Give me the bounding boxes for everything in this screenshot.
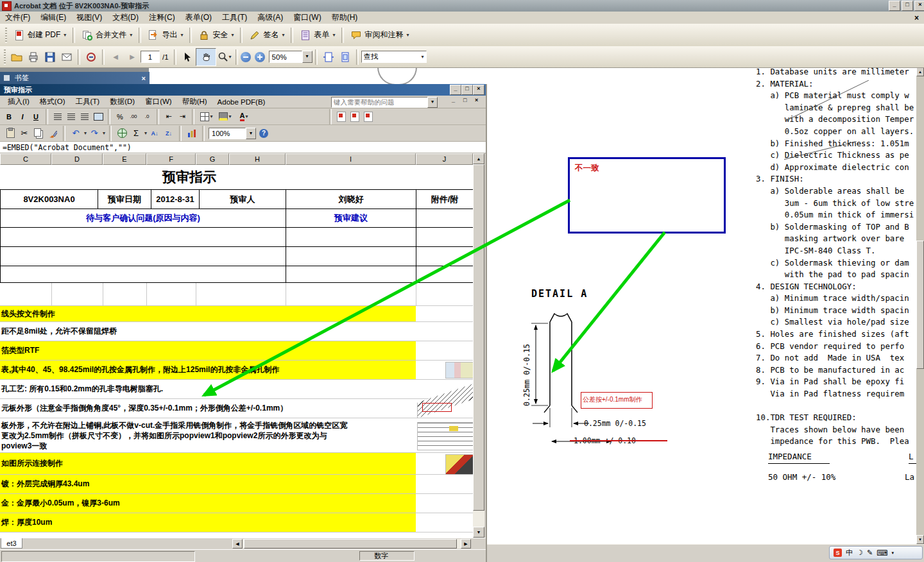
scroll-up-icon[interactable]: ▲: [916, 67, 924, 76]
borders-button[interactable]: ▾: [198, 110, 216, 123]
find-dropdown-icon[interactable]: ▾: [422, 54, 424, 60]
combine-files-button[interactable]: 合并文件▾: [78, 27, 136, 44]
cell-reviewer[interactable]: 刘晓好: [286, 190, 416, 209]
previous-page-button[interactable]: ◀: [107, 49, 124, 65]
decrease-indent-button[interactable]: ⇤: [162, 110, 175, 123]
help-question-box[interactable]: [331, 97, 429, 108]
sheet-row[interactable]: 镀：外层完成铜厚43.4um: [0, 475, 473, 494]
attachment-thumbnail[interactable]: [445, 362, 474, 379]
menu-item-forms[interactable]: 表单(O): [180, 12, 217, 24]
menu-item-comments[interactable]: 注释(C): [144, 12, 180, 24]
attachment-thumbnail[interactable]: [417, 422, 474, 450]
align-left-button[interactable]: [51, 110, 64, 123]
excel-scroll-down-icon[interactable]: ▼: [473, 527, 484, 538]
sheet-title-cell[interactable]: 预审指示: [0, 166, 379, 189]
stamp-button[interactable]: [83, 49, 99, 65]
convert-to-pdf-button[interactable]: [335, 110, 348, 123]
help-dropdown-icon[interactable]: ▾: [427, 97, 438, 108]
acrobat-titlebar[interactable]: Acrobat 文档 位于 8V2K003NA0-预审指示 _ □ ×: [0, 0, 924, 12]
hscroll-thumb[interactable]: [244, 539, 457, 549]
hand-tool-button[interactable]: [196, 48, 216, 66]
page-number-field[interactable]: [141, 51, 160, 63]
menu-item-view[interactable]: 视图(V): [71, 12, 107, 24]
italic-button[interactable]: I: [16, 110, 29, 123]
redo-button[interactable]: ↷: [88, 127, 101, 140]
review-comment-button[interactable]: 审阅和注释▾: [346, 27, 413, 44]
keyboard-icon[interactable]: ⌨: [877, 549, 887, 558]
excel-maximize-button[interactable]: □: [461, 85, 473, 95]
hscroll-right-icon[interactable]: ▶: [461, 539, 471, 549]
zoom-in-button[interactable]: [255, 52, 265, 62]
column-header-i[interactable]: I: [286, 153, 416, 165]
convert-and-email-pdf-button[interactable]: [348, 110, 361, 123]
sogou-icon[interactable]: S: [834, 549, 842, 557]
formula-bar[interactable]: =EMBED("Acrobat Document",""): [0, 142, 486, 153]
table-row[interactable]: [1, 266, 473, 284]
secure-button[interactable]: 安全▾: [194, 27, 237, 44]
excel-menu-help[interactable]: 帮助(H): [177, 96, 212, 107]
page-number-input[interactable]: [141, 53, 159, 61]
font-color-button[interactable]: A▾: [235, 110, 253, 123]
column-header-d[interactable]: D: [51, 153, 103, 165]
sheet-header-table[interactable]: 8V2K003NA0 预审日期 2012-8-31 预审人 刘晓好 附件/附 待…: [0, 189, 474, 283]
hyperlink-button[interactable]: [116, 127, 128, 140]
cell-review-date[interactable]: 2012-8-31: [151, 190, 200, 209]
menu-item-advanced[interactable]: 高级(A): [252, 12, 288, 24]
scrollbar-thumb[interactable]: [916, 241, 924, 369]
convert-and-review-pdf-button[interactable]: [362, 110, 375, 123]
excel-zoom-dropdown-icon[interactable]: ▾: [246, 128, 256, 139]
excel-menu-adobe-pdf[interactable]: Adobe PDF(B): [212, 98, 271, 106]
paste-button[interactable]: [4, 127, 17, 140]
document-close-icon[interactable]: ×: [909, 13, 924, 23]
increase-decimal-button[interactable]: .00: [127, 110, 140, 123]
sheet-row[interactable]: 板外形，不允许在附边上铺铜,此板不做v-cut.金手指采用铣倒角制作，将金手指铣…: [0, 418, 473, 453]
table-row[interactable]: [1, 247, 473, 266]
chart-wizard-button[interactable]: [185, 127, 198, 140]
ime-language-bar[interactable]: S 中 ☽ ✎ ⌨ ▾: [829, 546, 923, 559]
table-row[interactable]: 待与客户确认问题(原因与内容) 预审建议: [1, 209, 473, 228]
menu-item-help[interactable]: 帮助(H): [327, 12, 363, 24]
ole-close-icon[interactable]: ×: [475, 97, 478, 103]
cell-reviewer-label[interactable]: 预审人: [200, 190, 286, 209]
sheet-row[interactable]: 元板外形（注意金手指倒角角度45°，深度0.35+/-0.1mm；外形倒角公差+…: [0, 399, 473, 418]
fill-color-button[interactable]: ▾: [216, 110, 234, 123]
ole-restore-icon[interactable]: □: [463, 97, 466, 103]
open-button[interactable]: [8, 49, 25, 65]
merge-center-button[interactable]: [92, 110, 105, 123]
document-scrollbar[interactable]: ▲ ▼: [916, 67, 924, 544]
excel-zoom-value[interactable]: 100%: [209, 128, 246, 139]
cell-empty[interactable]: [416, 209, 473, 227]
excel-menu-tools[interactable]: 工具(T): [70, 96, 105, 107]
column-header-j[interactable]: J: [416, 153, 473, 165]
find-input[interactable]: [362, 53, 421, 61]
undo-button[interactable]: ↶: [69, 127, 82, 140]
menu-item-tools[interactable]: 工具(T): [217, 12, 252, 24]
sheet-row[interactable]: 距不足8mil处，允许不保留阻焊桥: [0, 322, 473, 341]
redo-dropdown-icon[interactable]: ▾: [103, 130, 105, 136]
cell-review-date-label[interactable]: 预审日期: [98, 190, 151, 209]
help-question-input[interactable]: [332, 99, 428, 106]
sign-button[interactable]: 签名▾: [245, 27, 288, 44]
zoom-tool-button[interactable]: ▾: [216, 49, 233, 65]
cell-section-left[interactable]: 待与客户确认问题(原因与内容): [1, 209, 286, 227]
attachment-thumbnail[interactable]: [445, 454, 474, 475]
column-header-f[interactable]: F: [146, 153, 196, 165]
sheet-row[interactable]: 焊：厚度10um: [0, 513, 473, 532]
hscroll-left-icon[interactable]: ◀: [232, 539, 243, 549]
minimize-button[interactable]: _: [889, 1, 900, 11]
close-button[interactable]: ×: [914, 1, 924, 11]
cell-section-right[interactable]: 预审建议: [286, 209, 416, 227]
align-right-button[interactable]: [78, 110, 91, 123]
next-page-button[interactable]: ▶: [124, 49, 141, 65]
maximize-button[interactable]: □: [902, 1, 913, 11]
column-header-g[interactable]: G: [196, 153, 229, 165]
create-pdf-button[interactable]: 创建 PDF▾: [10, 27, 70, 44]
align-center-button[interactable]: [65, 110, 78, 123]
fit-width-button[interactable]: [320, 49, 337, 65]
pen-icon[interactable]: ✎: [867, 549, 873, 557]
undo-dropdown-icon[interactable]: ▾: [84, 130, 87, 136]
sort-ascending-button[interactable]: A↓: [148, 127, 161, 140]
excel-close-button[interactable]: ×: [473, 85, 484, 95]
cut-button[interactable]: ✂: [18, 127, 31, 140]
cell-part-number[interactable]: 8V2K003NA0: [1, 190, 98, 209]
